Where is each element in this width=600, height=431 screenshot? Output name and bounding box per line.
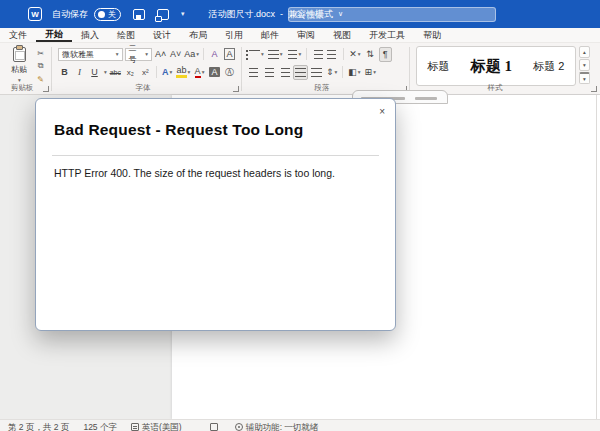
style-title[interactable]: 标题	[428, 59, 450, 74]
char-border-glyph: A	[224, 48, 235, 60]
bold-button[interactable]: B	[58, 65, 71, 80]
tab-design[interactable]: 设计	[144, 28, 180, 42]
clipboard-dialog-launcher[interactable]	[43, 86, 49, 92]
superscript-button[interactable]: x²	[139, 65, 152, 80]
cut-button[interactable]: ✂	[34, 47, 47, 59]
bucket-icon: ◧	[348, 67, 357, 77]
font-size-combo[interactable]: 二号▾	[125, 48, 152, 61]
dialog-divider	[52, 155, 379, 156]
copy-button[interactable]: ⧉	[34, 60, 47, 72]
accessibility-label: 辅助功能: 一切就绪	[246, 422, 319, 431]
language-indicator[interactable]: 英语(美国)	[131, 422, 182, 431]
multilevel-list-button[interactable]: ▾	[286, 47, 303, 62]
underline-button[interactable]: U	[88, 65, 101, 80]
search-box[interactable]	[288, 7, 496, 22]
undo-redo-icon[interactable]	[157, 9, 169, 20]
title-separator: -	[280, 9, 283, 19]
borders-button[interactable]: ⊞▾	[364, 65, 377, 80]
align-center-button[interactable]	[263, 65, 276, 80]
highlight-glyph: ab	[176, 66, 186, 78]
clipboard-group: 粘贴 ▾ ✂ ⧉ ✎ 剪贴板	[0, 43, 52, 95]
enclose-characters-button[interactable]: Ⓐ	[223, 65, 236, 80]
status-bar: 第 2 页，共 2 页 125 个字 英语(美国) 辅助功能: 一切就绪	[0, 419, 600, 431]
increase-indent-button[interactable]	[326, 47, 339, 62]
tab-home[interactable]: 开始	[36, 28, 72, 42]
tab-mailings[interactable]: 邮件	[252, 28, 288, 42]
grow-font-button[interactable]: A˄	[154, 47, 167, 62]
shading-button[interactable]: ◧▾	[347, 65, 361, 80]
tab-help[interactable]: 帮助	[414, 28, 450, 42]
tab-layout[interactable]: 布局	[180, 28, 216, 42]
tab-developer[interactable]: 开发工具	[360, 28, 414, 42]
character-border-button[interactable]: A	[223, 47, 236, 62]
show-hide-marks-button[interactable]: ¶	[379, 47, 392, 62]
justify-button[interactable]	[293, 65, 308, 80]
error-dialog: × Bad Request - Request Too Long HTTP Er…	[35, 98, 396, 331]
font-dialog-launcher[interactable]	[233, 86, 239, 92]
shrink-font-button[interactable]: A˅	[169, 47, 182, 62]
gallery-up-button[interactable]: ▴	[579, 46, 590, 58]
case-glyph: Aa	[184, 49, 195, 59]
macro-record-button[interactable]	[210, 422, 221, 431]
scrollbar[interactable]	[596, 95, 597, 419]
strikethrough-button[interactable]: abc	[109, 65, 122, 80]
gallery-down-button[interactable]: ▾	[579, 59, 590, 71]
highlight-button[interactable]: ab▾	[176, 65, 191, 80]
borders-icon: ⊞	[365, 67, 373, 77]
change-case-button[interactable]: Aa▾	[184, 47, 199, 62]
italic-button[interactable]: I	[73, 65, 86, 80]
word-app-icon[interactable]: W	[28, 7, 42, 21]
numbering-button[interactable]: ▾	[267, 47, 284, 62]
underline-dropdown-icon[interactable]: ▾	[104, 69, 107, 75]
font-group: 微软雅黑▾ 二号▾ A˄ A˅ Aa▾ A A B I U ▾ abc x₂ x…	[52, 43, 242, 95]
clipboard-minibar: ✂ ⧉ ✎	[34, 47, 47, 85]
dialog-body-text: HTTP Error 400. The size of the request …	[54, 167, 335, 179]
language-label: 英语(美国)	[142, 422, 182, 431]
divider	[203, 48, 204, 60]
word-count[interactable]: 125 个字	[83, 422, 117, 431]
page-indicator[interactable]: 第 2 页，共 2 页	[8, 422, 69, 431]
styles-dialog-launcher[interactable]	[591, 86, 597, 92]
divider	[306, 48, 307, 60]
document-area: × Bad Request - Request Too Long HTTP Er…	[0, 95, 600, 419]
tab-file[interactable]: 文件	[0, 28, 36, 42]
autosave-label: 自动保存	[52, 8, 88, 21]
style-heading2[interactable]: 标题 2	[533, 59, 564, 74]
sort-button[interactable]: ⇅	[364, 47, 377, 62]
divider	[342, 66, 343, 78]
character-shading-button[interactable]: A	[208, 65, 221, 80]
toggle-knob-icon	[98, 11, 105, 18]
phonetic-guide-button[interactable]: A	[208, 47, 221, 62]
subscript-button[interactable]: x₂	[124, 65, 137, 80]
align-left-button[interactable]	[248, 65, 261, 80]
style-heading1[interactable]: 标题 1	[471, 57, 512, 76]
clipboard-group-label: 剪贴板	[0, 83, 44, 93]
align-right-button[interactable]	[278, 65, 291, 80]
tab-draw[interactable]: 绘图	[108, 28, 144, 42]
gallery-more-button[interactable]: ▾	[579, 72, 590, 84]
font-name-combo[interactable]: 微软雅黑▾	[58, 48, 123, 61]
tab-review[interactable]: 审阅	[288, 28, 324, 42]
tab-view[interactable]: 视图	[324, 28, 360, 42]
quick-access-chevron-icon[interactable]: ▾	[181, 10, 185, 18]
tab-insert[interactable]: 插入	[72, 28, 108, 42]
search-input[interactable]	[307, 10, 489, 20]
dialog-title: Bad Request - Request Too Long	[54, 121, 303, 139]
decrease-indent-button[interactable]	[311, 47, 324, 62]
asian-layout-button[interactable]: ✕▾	[348, 47, 361, 62]
spacing-glyph: ⇕	[326, 67, 334, 77]
tab-references[interactable]: 引用	[216, 28, 252, 42]
autosave-toggle[interactable]: 关	[94, 8, 121, 21]
accessibility-status[interactable]: 辅助功能: 一切就绪	[235, 422, 319, 431]
distribute-button[interactable]	[310, 65, 323, 80]
text-effects-button[interactable]: A▾	[161, 65, 174, 80]
font-color-button[interactable]: A▾	[193, 65, 206, 80]
paste-label: 粘贴	[11, 64, 27, 75]
save-icon[interactable]	[133, 9, 145, 20]
font-size-value: 二号	[129, 43, 145, 65]
line-spacing-button[interactable]: ⇕▾	[325, 65, 338, 80]
dialog-close-button[interactable]: ×	[379, 107, 385, 117]
bullets-button[interactable]: ▾	[248, 47, 265, 62]
macro-icon	[210, 423, 218, 431]
font-color-glyph: A	[195, 67, 201, 78]
